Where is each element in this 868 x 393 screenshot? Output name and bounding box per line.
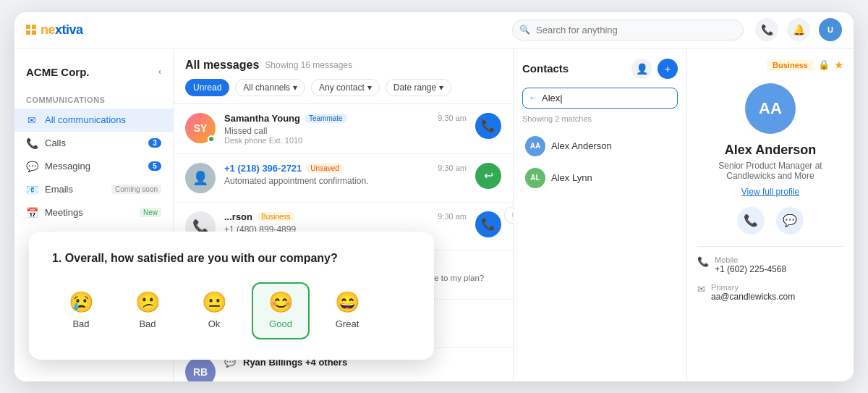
msg-preview: Missed call [224, 126, 467, 136]
list-item[interactable]: AA Alex Anderson [522, 130, 678, 162]
plus-btn[interactable]: + [658, 59, 678, 79]
filter-date-range[interactable]: Date range ▾ [386, 79, 451, 96]
msg-sub-preview: Desk phone Ext. 1010 [224, 136, 467, 145]
chevron-icon: ‹ [158, 67, 161, 77]
table-row[interactable]: 👤 +1 (218) 396-2721 Unsaved 9:30 am Auto… [174, 154, 513, 203]
all-comms-icon: ✉ [26, 114, 38, 126]
user-avatar[interactable]: U [819, 18, 842, 41]
bell-icon-btn[interactable]: 🔔 [787, 18, 810, 41]
top-bar-actions: 📞 🔔 U [755, 18, 842, 41]
filter-any-contact[interactable]: Any contact ▾ [311, 79, 380, 96]
calls-badge: 3 [148, 138, 161, 148]
survey-option-bad[interactable]: 😕 Bad [119, 282, 176, 339]
contact-detail-panel: Business 🔒 ★ AA Alex Anderson Senior Pro… [687, 48, 854, 381]
logo-text: nextiva [41, 22, 83, 38]
sidebar-item-meetings[interactable]: 📅 Meetings New [14, 201, 173, 224]
app-container: nextiva 🔍 📞 🔔 U ACME Corp. ‹ Communicati… [14, 12, 854, 381]
online-status [208, 135, 215, 143]
phone-label: Mobile [715, 255, 786, 264]
avatar: AA [525, 136, 545, 156]
chat-action-btn[interactable]: 💬 [776, 207, 804, 234]
msg-tag: Unsaved [306, 164, 343, 173]
avatar: AL [525, 168, 545, 188]
business-tag: Business [767, 59, 814, 71]
survey-option-ok[interactable]: 😐 Ok [185, 282, 243, 339]
contacts-search-input[interactable] [542, 93, 671, 103]
contact-name: Alex Anderson [551, 140, 612, 151]
msg-sender: Samantha Young Teammate [224, 113, 347, 124]
phone-icon-btn[interactable]: 📞 [755, 18, 778, 41]
messages-count: Showing 16 messages [265, 60, 352, 70]
sidebar-item-label: Messaging [45, 161, 90, 172]
phone-info-icon: 📞 [697, 256, 709, 267]
email-info-row: ✉ Primary aa@candlewicks.com [697, 283, 843, 302]
phone-info-row: 📞 Mobile +1 (602) 225-4568 [697, 255, 843, 274]
msg-top-row: ...rson Business 9:30 am [224, 211, 467, 222]
survey-emoji: 😕 [135, 292, 161, 313]
messages-title: All messages [185, 59, 259, 72]
survey-question: 1. Overall, how satisfied are you with o… [52, 252, 411, 265]
messages-filters: Unread All channels ▾ Any contact ▾ Date… [185, 79, 501, 96]
meetings-tag: New [140, 208, 161, 217]
call-action-btn[interactable]: 📞 [475, 113, 501, 139]
survey-option-good[interactable]: 😊 Good [252, 282, 310, 339]
survey-overlay: 1. Overall, how satisfied are you with o… [29, 232, 434, 360]
search-icon: 🔍 [519, 25, 530, 35]
contacts-header: Contacts 👤 + [522, 59, 678, 79]
logo-accent: ne [41, 22, 55, 37]
messaging-badge: 5 [148, 161, 161, 171]
filter-unread[interactable]: Unread [185, 79, 229, 96]
msg-top-row: Samantha Young Teammate 9:30 am [224, 113, 467, 124]
msg-time: 9:30 am [438, 164, 467, 172]
table-row[interactable]: SY Samantha Young Teammate 9:30 am Misse… [174, 104, 513, 154]
sidebar-item-calls[interactable]: 📞 Calls 3 [14, 132, 173, 155]
email-label: Primary [711, 283, 795, 292]
survey-option-great[interactable]: 😄 Great [318, 282, 376, 339]
sidebar-section-title: Communications [14, 90, 173, 109]
phone-info: Mobile +1 (602) 225-4568 [715, 255, 786, 274]
view-full-profile-link[interactable]: View full profile [697, 187, 843, 197]
chevron-down-icon: ▾ [293, 83, 297, 93]
survey-option-very-bad[interactable]: 😢 Bad [52, 282, 110, 339]
msg-preview: Automated appointment confirmation. [224, 176, 467, 186]
reply-action-btn[interactable]: ↩ [475, 163, 501, 189]
sidebar-item-label: Meetings [45, 207, 83, 218]
email-value: aa@candlewicks.com [711, 292, 795, 302]
avatar: 👤 [185, 163, 216, 193]
star-icon[interactable]: ★ [834, 59, 843, 72]
chevron-down-icon: ▾ [439, 83, 443, 93]
top-bar: nextiva 🔍 📞 🔔 U [14, 12, 854, 48]
msg-content: ...rson Business 9:30 am +1 (480) 899-48… [224, 211, 467, 234]
list-item[interactable]: AL Alex Lynn [522, 162, 678, 194]
sidebar-item-all-communications[interactable]: ✉ All communications [14, 109, 173, 132]
back-arrow-icon[interactable]: ← [529, 93, 537, 103]
chevron-down-icon: ▾ [367, 83, 372, 93]
msg-tag: Business [257, 212, 295, 221]
msg-sender: +1 (218) 396-2721 Unsaved [224, 163, 344, 174]
avatar: RB [185, 357, 216, 381]
sidebar-item-emails[interactable]: 📧 Emails Coming soon [14, 178, 173, 201]
msg-time: 9:30 am [438, 114, 467, 122]
contact-tags: Business 🔒 ★ [697, 59, 843, 72]
sidebar-item-messaging[interactable]: 💬 Messaging 5 [14, 155, 173, 178]
sidebar-company[interactable]: ACME Corp. ‹ [14, 60, 173, 90]
meetings-icon: 📅 [26, 207, 38, 219]
msg-time: 9:30 am [438, 212, 467, 221]
email-info-icon: ✉ [697, 284, 705, 295]
survey-label: Bad [72, 318, 89, 329]
contacts-panel: Contacts 👤 + ← Showing 2 matches AA Alex… [514, 48, 687, 381]
search-input[interactable] [512, 20, 744, 41]
msg-sender: ...rson Business [224, 211, 295, 222]
survey-label: Good [269, 318, 292, 329]
emails-icon: 📧 [26, 184, 38, 195]
grid-icon [26, 25, 36, 35]
phone-action-btn[interactable]: 📞 [737, 207, 765, 234]
msg-top-row: +1 (218) 396-2721 Unsaved 9:30 am [224, 163, 467, 174]
call-action-btn[interactable]: 📞 [475, 211, 501, 237]
filter-all-channels[interactable]: All channels ▾ [235, 79, 305, 96]
add-contact-icon-btn[interactable]: 👤 [631, 59, 652, 79]
msg-tag: Teammate [305, 114, 347, 123]
contacts-search-wrap: ← [522, 88, 678, 109]
contact-avatar-large: AA [745, 83, 796, 134]
survey-label: Bad [139, 318, 156, 329]
